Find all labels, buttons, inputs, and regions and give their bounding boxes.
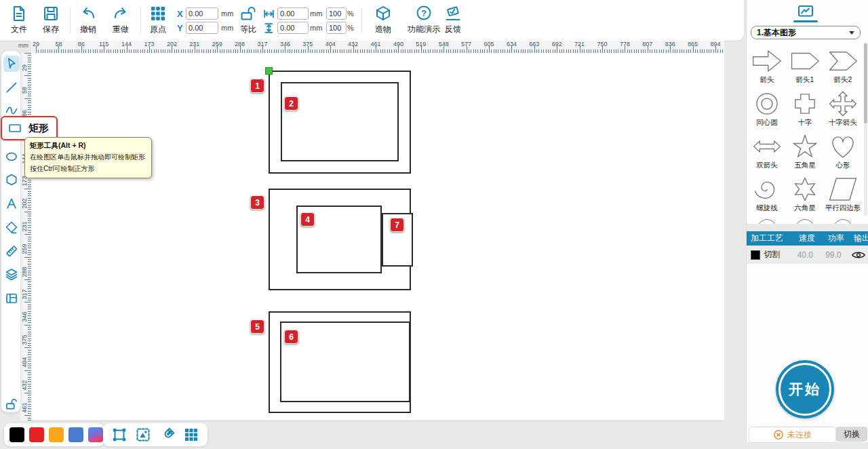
ellipse-tool[interactable]: [3, 149, 20, 165]
h-ruler-label: 894: [710, 41, 720, 47]
drawn-rectangle[interactable]: [280, 321, 410, 402]
shape-label: 箭头2: [834, 75, 852, 85]
color-swatch-gradient[interactable]: [88, 427, 103, 442]
h-ruler-label: 778: [620, 41, 630, 47]
eye-icon: [851, 250, 866, 260]
origin-button[interactable]: 原点: [144, 5, 172, 35]
col-output: 输出: [851, 233, 868, 244]
y-input[interactable]: [186, 22, 218, 34]
eraser-tool[interactable]: [3, 219, 20, 235]
step-badge-7: 7: [390, 218, 404, 232]
bottom-icon-bar: [103, 423, 208, 446]
rectangle-tool-icon[interactable]: [7, 121, 22, 135]
shape-label: 同心圆: [756, 118, 778, 128]
color-swatch-#4a7ad0[interactable]: [68, 427, 83, 442]
shape-concentric[interactable]: 同心圆: [748, 85, 786, 128]
selection-handle[interactable]: [265, 67, 273, 75]
toolbar-divider: [70, 7, 71, 33]
h-ruler-label: 519: [416, 41, 426, 47]
artboard-icon: [5, 292, 18, 305]
process-name: 切割: [764, 249, 792, 260]
shape-cross-arrow[interactable]: 十字箭头: [824, 85, 862, 128]
create-button[interactable]: 造物: [370, 5, 397, 35]
color-swatch-#e42320[interactable]: [29, 427, 44, 442]
arrow-icon: [751, 47, 783, 75]
undo-button[interactable]: 撤销: [75, 5, 102, 35]
toolbar-divider: [140, 7, 141, 33]
cross-arrow-icon: [827, 90, 859, 117]
file-button[interactable]: 文件: [5, 5, 33, 35]
h-ruler-label: 721: [574, 41, 585, 47]
h-ruler-label: 432: [348, 41, 358, 47]
col-speed: 速度: [793, 233, 821, 244]
width-input[interactable]: [277, 7, 309, 20]
connection-status-bar[interactable]: 未连接: [749, 427, 836, 443]
shape-category-dropdown[interactable]: 1.基本图形: [751, 26, 861, 39]
demo-button[interactable]: ? 功能演示: [403, 5, 444, 35]
text-tool[interactable]: [3, 195, 20, 212]
laser-app-window: 文件 保存 撤销 重做 原点 X mm Y: [0, 0, 868, 449]
shape-arrow1[interactable]: 箭头1: [786, 42, 824, 85]
height-unit: mm: [310, 24, 322, 32]
v-ruler-label: 346: [21, 310, 28, 324]
start-button[interactable]: 开始: [776, 360, 834, 418]
v-ruler-label: 375: [21, 333, 28, 347]
shape-arrow[interactable]: 箭头: [748, 42, 786, 85]
color-palette: [4, 423, 104, 446]
heart-icon: [827, 133, 859, 160]
height-icon: [263, 22, 275, 34]
width-pct-input[interactable]: [326, 7, 347, 20]
layer-color-swatch[interactable]: [751, 250, 760, 260]
v-ruler-label: 202: [21, 197, 28, 210]
line-tool[interactable]: [3, 79, 20, 96]
save-label: 保存: [43, 24, 59, 35]
shape-double-arrow[interactable]: 双箭头: [748, 128, 786, 170]
speed-value: 40.0: [791, 250, 819, 260]
x-input[interactable]: [186, 7, 218, 20]
shape-heart[interactable]: 心形: [824, 128, 862, 170]
ruler-tool[interactable]: [3, 243, 20, 259]
feedback-label: 反馈: [445, 24, 461, 35]
magnet-icon[interactable]: [159, 427, 176, 443]
output-toggle[interactable]: [848, 250, 868, 260]
select-tool[interactable]: [3, 56, 20, 72]
shape-star5[interactable]: 五角星: [786, 128, 824, 170]
redo-button[interactable]: 重做: [107, 5, 134, 35]
drawing-canvas[interactable]: 1234756: [31, 53, 724, 421]
shape-cross[interactable]: 十字: [786, 85, 824, 128]
step-badge-4: 4: [300, 212, 315, 227]
feedback-button[interactable]: 反馈: [439, 5, 467, 35]
color-swatch-#f8a81a[interactable]: [49, 427, 64, 442]
step-badge-5: 5: [250, 319, 264, 334]
grid-icon[interactable]: [183, 427, 199, 443]
process-table-row[interactable]: 切割 40.0 99.0: [747, 246, 868, 264]
color-swatch-#000000[interactable]: [9, 427, 24, 442]
shape-label: 螺旋线: [756, 203, 778, 213]
height-input[interactable]: [277, 22, 309, 34]
switch-device-button[interactable]: 切换: [836, 427, 867, 442]
drawn-rectangle[interactable]: [281, 82, 399, 161]
gallery-scrollbar-thumb[interactable]: [864, 43, 867, 123]
line-icon: [5, 81, 18, 94]
frame-select-icon[interactable]: [111, 427, 127, 443]
h-ruler-label: 259: [212, 41, 222, 47]
eraser-icon: [5, 220, 18, 234]
shape-label: 双箭头: [756, 161, 778, 170]
chevron-down-icon: [849, 31, 854, 35]
shape-spiral[interactable]: 螺旋线: [748, 170, 786, 213]
gallery-tab-icon[interactable]: [797, 4, 814, 19]
shape-label: 心形: [836, 161, 850, 170]
snap-object-icon[interactable]: [135, 427, 151, 443]
shape-arrow2[interactable]: 箭头2: [824, 42, 862, 85]
artboard-tool[interactable]: [3, 290, 20, 307]
ratio-lock-button[interactable]: 等比: [235, 5, 262, 35]
polygon-tool[interactable]: [3, 172, 20, 188]
lock-tool[interactable]: [3, 396, 20, 412]
save-button[interactable]: 保存: [37, 5, 64, 35]
layers-tool[interactable]: [3, 267, 20, 283]
h-ruler-label: 202: [167, 41, 177, 47]
shape-star6[interactable]: 六角星: [786, 170, 824, 213]
height-pct-input[interactable]: [326, 22, 347, 34]
shape-parallelogram[interactable]: 平行四边形: [824, 170, 862, 213]
vertical-ruler: 2958861151441732022312592883173463754044…: [20, 53, 32, 421]
